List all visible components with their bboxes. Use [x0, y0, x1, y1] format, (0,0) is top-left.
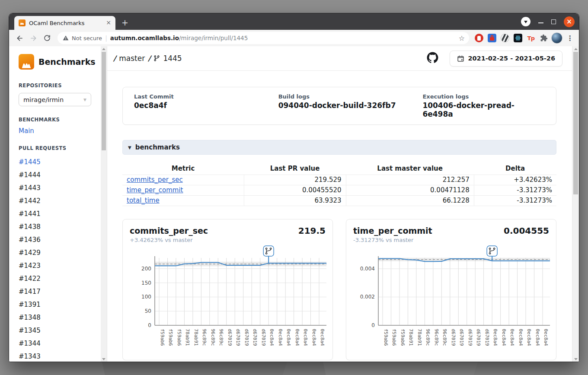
sidebar-item-pr-1436[interactable]: #1436: [19, 233, 101, 246]
bookmark-star-icon[interactable]: ☆: [459, 34, 465, 42]
app-brand[interactable]: Benchmarks: [19, 54, 101, 70]
browser-menu-icon[interactable]: ⋮: [564, 32, 575, 44]
sidebar: Benchmarks REPOSITORIES mirage/irmin ▼ B…: [9, 46, 101, 362]
sidebar-item-pr-1423[interactable]: #1423: [19, 259, 101, 272]
metric-link-time_per_commit[interactable]: time_per_commit: [127, 186, 183, 194]
sidebar-item-pr-1417[interactable]: #1417: [19, 285, 101, 298]
scroll-up-arrow[interactable]: [101, 46, 107, 51]
sidebar-item-pr-1445[interactable]: #1445: [19, 156, 101, 168]
scroll-up-arrow[interactable]: [572, 46, 579, 51]
x-tick-label: d67019: [467, 329, 473, 346]
back-icon[interactable]: [13, 32, 26, 44]
profile-avatar[interactable]: [551, 32, 562, 44]
calendar-icon: [457, 55, 464, 62]
sidebar-item-pr-1444[interactable]: #1444: [19, 168, 101, 181]
metric-link-commits_per_sec[interactable]: commits_per_sec: [127, 176, 183, 184]
sidebar-item-pr-1438[interactable]: #1438: [19, 220, 101, 233]
x-tick-label: d67019: [261, 329, 266, 346]
table-row: commits_per_sec219.529212.257+3.42623%: [122, 175, 556, 185]
window-close-button[interactable]: ×: [564, 16, 575, 27]
github-icon[interactable]: [427, 52, 438, 65]
line-chart[interactable]: 00.0020.004f59ab6f59ab6f59ab678ab9178ab9…: [353, 245, 550, 356]
line-chart[interactable]: 050100150200f59ab6f59ab6f59ab678ab9178ab…: [130, 245, 326, 356]
x-tick-label: f59ab6: [176, 329, 182, 346]
x-tick-label: 0ec8a4: [535, 329, 540, 346]
last-commit-label: Last Commit: [134, 93, 278, 100]
react-devtools-extension-icon[interactable]: [512, 32, 524, 44]
privacy-badger-extension-icon[interactable]: [499, 32, 511, 44]
pr-value: 219.529: [244, 175, 346, 185]
sidebar-item-pr-1391[interactable]: #1391: [19, 298, 101, 311]
col-metric: Metric: [122, 163, 244, 175]
metric-link-total_time[interactable]: total_time: [127, 197, 160, 204]
y-tick-label: 0: [148, 322, 151, 328]
repository-select[interactable]: mirage/irmin ▼: [19, 93, 91, 106]
scroll-down-arrow[interactable]: [572, 356, 579, 362]
sidebar-item-main[interactable]: Main: [19, 127, 101, 135]
address-bar[interactable]: Not secure | autumn.ocamllabs.io/mirage/…: [58, 32, 469, 44]
app-title: Benchmarks: [38, 57, 96, 67]
x-tick-label: 96c89c: [210, 329, 216, 346]
sidebar-item-pr-1442[interactable]: #1442: [19, 194, 101, 207]
tab-close-icon[interactable]: ×: [105, 19, 112, 26]
adblock-extension-icon[interactable]: [473, 32, 485, 44]
y-tick-label: 200: [141, 266, 151, 272]
repositories-heading: REPOSITORIES: [19, 83, 101, 89]
page-scrollbar[interactable]: [572, 46, 579, 362]
pr-value: 0.00455520: [244, 185, 346, 196]
camel-logo-icon: [19, 54, 34, 70]
chart-card-time-per-commit: time_per_commit 0.004555 -3.31273% vs ma…: [346, 219, 556, 360]
sidebar-item-pr-1443[interactable]: #1443: [19, 181, 101, 194]
x-tick-label: d67019: [476, 329, 481, 346]
tampermonkey-tp-extension-icon[interactable]: Tp: [525, 32, 537, 44]
minimize-button[interactable]: [538, 22, 543, 23]
master-value: 66.1228: [346, 196, 474, 206]
benchmarks-accordion[interactable]: ▼ benchmarks: [122, 140, 556, 155]
reload-icon[interactable]: [41, 32, 53, 44]
y-tick-label: 0.004: [360, 266, 375, 272]
sidebar-item-pr-1345[interactable]: #1345: [19, 324, 101, 337]
scroll-down-arrow[interactable]: [101, 356, 107, 362]
table-row: total_time63.932366.1228-3.31273%: [122, 196, 556, 206]
build-logs-label: Build logs: [278, 93, 423, 100]
sidebar-scrollbar-thumb[interactable]: [102, 52, 106, 150]
date-range-picker[interactable]: 2021-02-25 - 2021-05-26: [450, 51, 562, 67]
x-tick-label: 0ec8a4: [311, 329, 317, 346]
url-text[interactable]: autumn.ocamllabs.io/mirage/irmin/pull/14…: [110, 35, 456, 41]
sidebar-item-pr-1441[interactable]: #1441: [19, 207, 101, 220]
x-tick-label: 0ec8a4: [294, 329, 300, 346]
table-row: time_per_commit0.004555200.00471128-3.31…: [122, 185, 556, 196]
forward-icon[interactable]: [27, 32, 39, 44]
x-tick-label: 0ec8a4: [278, 329, 283, 346]
extensions-puzzle-icon[interactable]: [538, 32, 550, 44]
x-tick-label: 0ec8a4: [286, 329, 291, 346]
breadcrumb-pr-number[interactable]: 1445: [163, 54, 182, 63]
date-range-value: 2021-02-25 - 2021-05-26: [468, 55, 555, 62]
build-logs-value[interactable]: 094040-docker-build-326fb7: [278, 101, 423, 110]
chart-current-value: 0.004555: [504, 226, 549, 236]
browser-tab[interactable]: OCaml Benchmarks ×: [14, 16, 115, 30]
page-content: Last Commit 0ec8a4f Build logs 094040-do…: [107, 71, 572, 360]
tab-search-icon[interactable]: [521, 17, 530, 26]
x-tick-label: 96c89c: [434, 329, 439, 346]
ocaml-favicon: [19, 19, 26, 26]
sidebar-item-pr-1429[interactable]: #1429: [19, 246, 101, 259]
x-tick-label: d67019: [252, 329, 258, 346]
new-tab-button[interactable]: +: [120, 18, 130, 27]
delta-value: +3.42623%: [474, 175, 556, 185]
chevron-down-icon: ▼: [83, 98, 86, 102]
maximize-button[interactable]: [551, 19, 556, 24]
sidebar-scrollbar[interactable]: [101, 46, 107, 362]
sidebar-item-pr-1343[interactable]: #1343: [19, 350, 101, 362]
execution-logs-value[interactable]: 100406-docker-pread-6e498a: [422, 101, 545, 118]
sidebar-item-pr-1422[interactable]: #1422: [19, 272, 101, 285]
security-label[interactable]: Not secure: [72, 35, 102, 41]
page-scrollbar-thumb[interactable]: [573, 52, 578, 194]
chart-title: time_per_commit: [353, 226, 432, 235]
benchmarks-heading: BENCHMARKS: [19, 117, 101, 123]
password-lock-extension-icon[interactable]: [486, 32, 498, 44]
breadcrumb-branch[interactable]: master: [119, 54, 145, 63]
x-tick-label: d67019: [451, 329, 456, 346]
sidebar-item-pr-1348[interactable]: #1348: [19, 311, 101, 324]
sidebar-item-pr-1344[interactable]: #1344: [19, 337, 101, 350]
